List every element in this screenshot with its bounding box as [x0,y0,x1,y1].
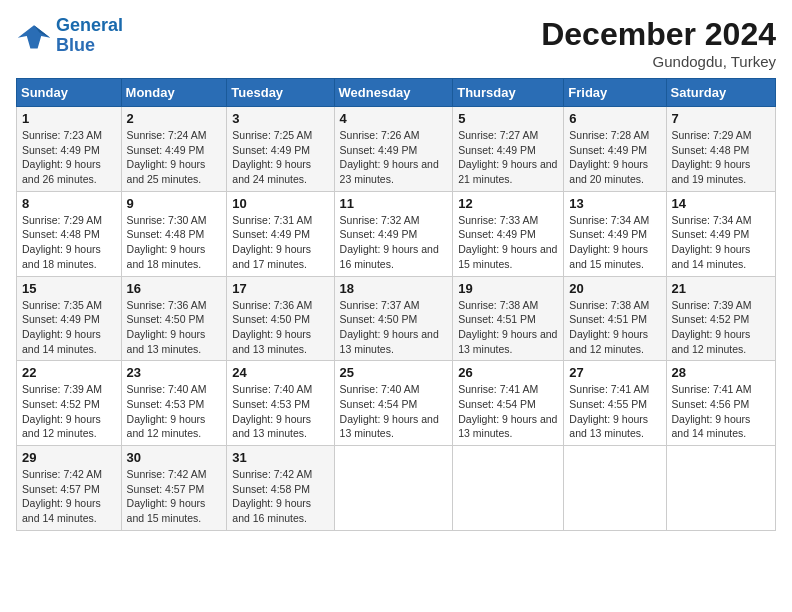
calendar-cell: 19 Sunrise: 7:38 AM Sunset: 4:51 PM Dayl… [453,276,564,361]
day-number: 9 [127,196,222,211]
day-number: 22 [22,365,116,380]
calendar-cell: 28 Sunrise: 7:41 AM Sunset: 4:56 PM Dayl… [666,361,775,446]
weekday-header: Thursday [453,79,564,107]
day-number: 26 [458,365,558,380]
calendar-cell: 5 Sunrise: 7:27 AM Sunset: 4:49 PM Dayli… [453,107,564,192]
calendar-cell: 24 Sunrise: 7:40 AM Sunset: 4:53 PM Dayl… [227,361,334,446]
calendar-cell: 14 Sunrise: 7:34 AM Sunset: 4:49 PM Dayl… [666,191,775,276]
calendar-cell: 2 Sunrise: 7:24 AM Sunset: 4:49 PM Dayli… [121,107,227,192]
calendar-cell: 21 Sunrise: 7:39 AM Sunset: 4:52 PM Dayl… [666,276,775,361]
calendar-cell: 13 Sunrise: 7:34 AM Sunset: 4:49 PM Dayl… [564,191,666,276]
calendar-cell: 18 Sunrise: 7:37 AM Sunset: 4:50 PM Dayl… [334,276,453,361]
calendar-table: SundayMondayTuesdayWednesdayThursdayFrid… [16,78,776,531]
day-info: Sunrise: 7:38 AM Sunset: 4:51 PM Dayligh… [569,298,660,357]
day-number: 20 [569,281,660,296]
calendar-cell: 27 Sunrise: 7:41 AM Sunset: 4:55 PM Dayl… [564,361,666,446]
day-number: 15 [22,281,116,296]
day-info: Sunrise: 7:40 AM Sunset: 4:54 PM Dayligh… [340,382,448,441]
calendar-cell: 26 Sunrise: 7:41 AM Sunset: 4:54 PM Dayl… [453,361,564,446]
day-info: Sunrise: 7:42 AM Sunset: 4:58 PM Dayligh… [232,467,328,526]
calendar-cell: 1 Sunrise: 7:23 AM Sunset: 4:49 PM Dayli… [17,107,122,192]
calendar-cell: 15 Sunrise: 7:35 AM Sunset: 4:49 PM Dayl… [17,276,122,361]
calendar-cell: 4 Sunrise: 7:26 AM Sunset: 4:49 PM Dayli… [334,107,453,192]
calendar-cell [453,446,564,531]
day-number: 7 [672,111,770,126]
day-info: Sunrise: 7:38 AM Sunset: 4:51 PM Dayligh… [458,298,558,357]
calendar-cell: 10 Sunrise: 7:31 AM Sunset: 4:49 PM Dayl… [227,191,334,276]
calendar-week-row: 1 Sunrise: 7:23 AM Sunset: 4:49 PM Dayli… [17,107,776,192]
calendar-cell: 30 Sunrise: 7:42 AM Sunset: 4:57 PM Dayl… [121,446,227,531]
weekday-header: Sunday [17,79,122,107]
calendar-cell: 11 Sunrise: 7:32 AM Sunset: 4:49 PM Dayl… [334,191,453,276]
calendar-cell: 22 Sunrise: 7:39 AM Sunset: 4:52 PM Dayl… [17,361,122,446]
day-number: 6 [569,111,660,126]
day-info: Sunrise: 7:32 AM Sunset: 4:49 PM Dayligh… [340,213,448,272]
day-info: Sunrise: 7:30 AM Sunset: 4:48 PM Dayligh… [127,213,222,272]
calendar-cell: 12 Sunrise: 7:33 AM Sunset: 4:49 PM Dayl… [453,191,564,276]
day-info: Sunrise: 7:41 AM Sunset: 4:54 PM Dayligh… [458,382,558,441]
weekday-header: Wednesday [334,79,453,107]
calendar-cell: 9 Sunrise: 7:30 AM Sunset: 4:48 PM Dayli… [121,191,227,276]
day-info: Sunrise: 7:29 AM Sunset: 4:48 PM Dayligh… [672,128,770,187]
day-info: Sunrise: 7:41 AM Sunset: 4:55 PM Dayligh… [569,382,660,441]
day-info: Sunrise: 7:37 AM Sunset: 4:50 PM Dayligh… [340,298,448,357]
day-info: Sunrise: 7:23 AM Sunset: 4:49 PM Dayligh… [22,128,116,187]
page-header: General Blue December 2024 Gundogdu, Tur… [16,16,776,70]
weekday-header: Tuesday [227,79,334,107]
calendar-cell: 20 Sunrise: 7:38 AM Sunset: 4:51 PM Dayl… [564,276,666,361]
day-info: Sunrise: 7:27 AM Sunset: 4:49 PM Dayligh… [458,128,558,187]
calendar-cell: 17 Sunrise: 7:36 AM Sunset: 4:50 PM Dayl… [227,276,334,361]
calendar-cell: 16 Sunrise: 7:36 AM Sunset: 4:50 PM Dayl… [121,276,227,361]
day-info: Sunrise: 7:36 AM Sunset: 4:50 PM Dayligh… [127,298,222,357]
day-number: 14 [672,196,770,211]
day-number: 31 [232,450,328,465]
day-number: 16 [127,281,222,296]
calendar-cell [666,446,775,531]
day-info: Sunrise: 7:34 AM Sunset: 4:49 PM Dayligh… [672,213,770,272]
day-info: Sunrise: 7:31 AM Sunset: 4:49 PM Dayligh… [232,213,328,272]
calendar-cell: 6 Sunrise: 7:28 AM Sunset: 4:49 PM Dayli… [564,107,666,192]
svg-marker-0 [18,25,50,48]
day-number: 24 [232,365,328,380]
day-number: 30 [127,450,222,465]
day-info: Sunrise: 7:36 AM Sunset: 4:50 PM Dayligh… [232,298,328,357]
day-info: Sunrise: 7:29 AM Sunset: 4:48 PM Dayligh… [22,213,116,272]
weekday-header: Saturday [666,79,775,107]
day-info: Sunrise: 7:40 AM Sunset: 4:53 PM Dayligh… [232,382,328,441]
day-number: 23 [127,365,222,380]
day-number: 1 [22,111,116,126]
day-number: 2 [127,111,222,126]
weekday-header: Monday [121,79,227,107]
day-number: 4 [340,111,448,126]
location: Gundogdu, Turkey [541,53,776,70]
weekday-header: Friday [564,79,666,107]
day-number: 8 [22,196,116,211]
day-info: Sunrise: 7:34 AM Sunset: 4:49 PM Dayligh… [569,213,660,272]
calendar-week-row: 29 Sunrise: 7:42 AM Sunset: 4:57 PM Dayl… [17,446,776,531]
day-number: 21 [672,281,770,296]
day-info: Sunrise: 7:40 AM Sunset: 4:53 PM Dayligh… [127,382,222,441]
day-number: 11 [340,196,448,211]
day-info: Sunrise: 7:33 AM Sunset: 4:49 PM Dayligh… [458,213,558,272]
day-number: 17 [232,281,328,296]
day-number: 25 [340,365,448,380]
day-info: Sunrise: 7:24 AM Sunset: 4:49 PM Dayligh… [127,128,222,187]
day-info: Sunrise: 7:41 AM Sunset: 4:56 PM Dayligh… [672,382,770,441]
day-info: Sunrise: 7:39 AM Sunset: 4:52 PM Dayligh… [672,298,770,357]
day-number: 27 [569,365,660,380]
calendar-cell: 29 Sunrise: 7:42 AM Sunset: 4:57 PM Dayl… [17,446,122,531]
calendar-cell: 7 Sunrise: 7:29 AM Sunset: 4:48 PM Dayli… [666,107,775,192]
day-number: 28 [672,365,770,380]
calendar-cell: 25 Sunrise: 7:40 AM Sunset: 4:54 PM Dayl… [334,361,453,446]
day-number: 12 [458,196,558,211]
day-info: Sunrise: 7:39 AM Sunset: 4:52 PM Dayligh… [22,382,116,441]
day-info: Sunrise: 7:25 AM Sunset: 4:49 PM Dayligh… [232,128,328,187]
calendar-cell: 31 Sunrise: 7:42 AM Sunset: 4:58 PM Dayl… [227,446,334,531]
day-number: 18 [340,281,448,296]
day-info: Sunrise: 7:26 AM Sunset: 4:49 PM Dayligh… [340,128,448,187]
day-number: 10 [232,196,328,211]
day-number: 19 [458,281,558,296]
day-number: 13 [569,196,660,211]
day-info: Sunrise: 7:42 AM Sunset: 4:57 PM Dayligh… [127,467,222,526]
weekday-header-row: SundayMondayTuesdayWednesdayThursdayFrid… [17,79,776,107]
